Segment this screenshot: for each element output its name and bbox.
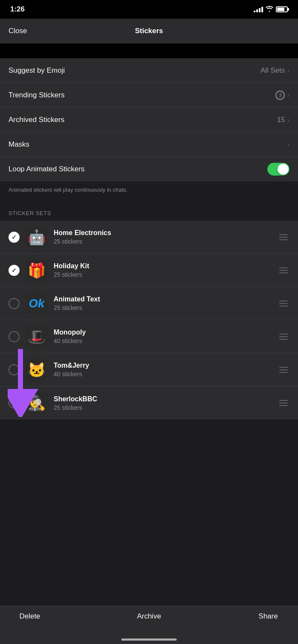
chevron-icon: ›	[287, 92, 289, 99]
toggle-knob	[278, 164, 289, 175]
sticker-name: Tom&Jerry	[54, 362, 278, 369]
wifi-icon	[266, 6, 273, 13]
sticker-sets-section: 🤖 Home Electronics 25 stickers 🎁 Holiday…	[0, 221, 298, 420]
drag-handle[interactable]	[278, 365, 289, 374]
share-button[interactable]: Share	[255, 612, 281, 621]
drag-handle[interactable]	[278, 266, 289, 275]
sticker-name: Animated Text	[54, 295, 278, 303]
trending-badge: 3	[275, 91, 285, 100]
home-indicator	[121, 638, 177, 641]
sticker-count: 25 stickers	[54, 404, 278, 411]
sticker-info: SherlockBBC 25 stickers	[54, 395, 278, 411]
sticker-checkbox[interactable]	[9, 364, 20, 375]
page-title: Stickers	[135, 27, 163, 35]
masks-label: Masks	[9, 140, 29, 149]
top-spacer	[0, 43, 298, 58]
sticker-row[interactable]: Ok Animated Text 25 stickers	[0, 287, 298, 320]
suggest-emoji-row[interactable]: Suggest by Emoji All Sets ›	[0, 58, 298, 83]
sticker-row[interactable]: 🤖 Home Electronics 25 stickers	[0, 221, 298, 254]
drag-handle[interactable]	[278, 299, 289, 308]
trending-stickers-label: Trending Stickers	[9, 91, 65, 99]
sticker-row[interactable]: 🐱 Tom&Jerry 40 stickers	[0, 353, 298, 386]
archived-stickers-count: 15	[277, 116, 285, 124]
sticker-checkbox[interactable]	[9, 232, 20, 243]
status-icons	[254, 6, 288, 13]
archive-button[interactable]: Archive	[136, 612, 162, 621]
suggest-emoji-right: All Sets ›	[261, 66, 289, 75]
sticker-row[interactable]: 🎩 Monopoly 40 stickers	[0, 320, 298, 353]
sticker-checkbox[interactable]	[9, 265, 20, 276]
sticker-count: 25 stickers	[54, 271, 278, 278]
drag-handle[interactable]	[278, 398, 289, 408]
chevron-icon: ›	[287, 116, 289, 123]
sticker-checkbox[interactable]	[9, 331, 20, 342]
archived-stickers-row[interactable]: Archived Stickers 15 ›	[0, 108, 298, 132]
loop-animated-row[interactable]: Loop Animated Stickers	[0, 157, 298, 182]
sticker-count: 40 stickers	[54, 338, 278, 344]
sticker-name: Monopoly	[54, 329, 278, 336]
battery-icon	[276, 6, 288, 12]
sticker-row[interactable]: 🎁 Holiday Kit 25 stickers	[0, 254, 298, 287]
drag-handle[interactable]	[278, 332, 289, 341]
nav-header: Close Stickers	[0, 19, 298, 43]
sticker-info: Home Electronics 25 stickers	[54, 229, 278, 245]
masks-right: ›	[287, 141, 289, 148]
sticker-checkbox[interactable]	[9, 397, 20, 409]
sticker-name: Holiday Kit	[54, 262, 278, 270]
sticker-thumbnail: 🐱	[26, 359, 48, 381]
archived-stickers-label: Archived Stickers	[9, 116, 64, 124]
suggest-emoji-value: All Sets	[261, 66, 285, 75]
loop-animated-label: Loop Animated Stickers	[9, 165, 85, 173]
sticker-info: Monopoly 40 stickers	[54, 329, 278, 344]
archived-stickers-right: 15 ›	[277, 116, 289, 124]
sticker-info: Tom&Jerry 40 stickers	[54, 362, 278, 377]
trending-stickers-right: 3 ›	[275, 91, 289, 100]
status-bar: 1:26	[0, 0, 298, 19]
sticker-name: SherlockBBC	[54, 395, 278, 403]
sticker-sets-header: STICKER SETS	[0, 201, 298, 221]
masks-row[interactable]: Masks ›	[0, 132, 298, 157]
signal-icon	[254, 7, 263, 12]
sticker-info: Holiday Kit 25 stickers	[54, 262, 278, 278]
sticker-checkbox[interactable]	[9, 298, 20, 309]
status-time: 1:26	[10, 5, 25, 14]
sticker-thumbnail: 🎁	[26, 259, 48, 281]
chevron-icon: ›	[287, 141, 289, 148]
trending-stickers-row[interactable]: Trending Stickers 3 ›	[0, 83, 298, 108]
sticker-thumbnail: 🕵️	[26, 392, 48, 414]
sticker-count: 25 stickers	[54, 238, 278, 245]
bottom-toolbar: Delete Archive Share	[0, 606, 298, 644]
drag-handle[interactable]	[278, 233, 289, 242]
settings-section: Suggest by Emoji All Sets › Trending Sti…	[0, 58, 298, 182]
sticker-info: Animated Text 25 stickers	[54, 295, 278, 311]
sticker-thumbnail: 🤖	[26, 226, 48, 248]
chevron-icon: ›	[287, 67, 289, 74]
sticker-thumbnail: 🎩	[26, 326, 48, 348]
sticker-thumbnail: Ok	[26, 292, 48, 315]
close-button[interactable]: Close	[9, 27, 27, 35]
suggest-emoji-label: Suggest by Emoji	[9, 66, 65, 75]
sticker-name: Home Electronics	[54, 229, 278, 237]
loop-animated-description: Animated stickers will play continuously…	[0, 182, 298, 201]
sticker-count: 25 stickers	[54, 304, 278, 311]
sticker-count: 40 stickers	[54, 371, 278, 377]
loop-animated-toggle[interactable]	[267, 163, 289, 176]
delete-button[interactable]: Delete	[17, 612, 43, 621]
sticker-row[interactable]: 🕵️ SherlockBBC 25 stickers	[0, 386, 298, 420]
